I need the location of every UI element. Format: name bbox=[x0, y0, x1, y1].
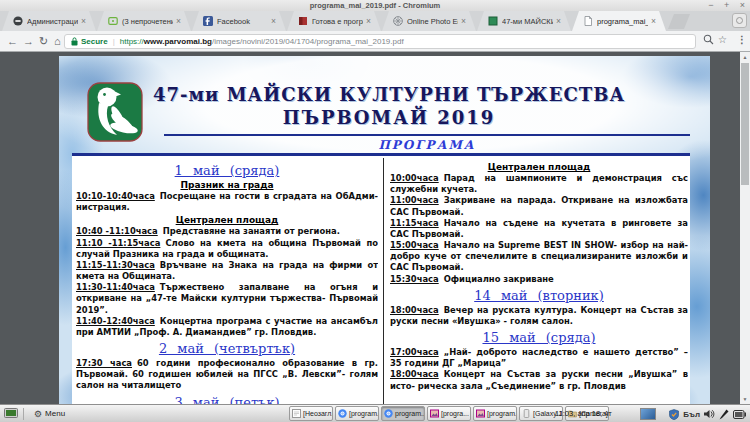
image-viewer-icon bbox=[430, 409, 439, 418]
schedule-event: 11:00часаЗакриване на парада. Откриване … bbox=[390, 195, 688, 217]
header-rule-top bbox=[164, 134, 690, 136]
browser-toolbar: ← → ↻ ⌂ Secure | https://www.parvomai.bg… bbox=[0, 31, 750, 52]
event-time: 11:40-12:40часа bbox=[76, 316, 155, 326]
bookmark-star-icon[interactable]: ☆ bbox=[718, 34, 727, 45]
scrollbar-thumb[interactable] bbox=[741, 63, 749, 185]
tab-active[interactable]: programa_mai_201× bbox=[572, 11, 666, 31]
taskbar-window-button[interactable]: program... bbox=[381, 406, 425, 421]
taskbar: ⚙ Menu [Неозагл...[program...program...[… bbox=[0, 404, 750, 422]
language-indicator[interactable]: Бъл bbox=[683, 410, 700, 419]
mail-icon bbox=[108, 16, 118, 26]
url-separator: | bbox=[113, 37, 115, 46]
address-bar[interactable]: Secure | https://www.parvomai.bg/images/… bbox=[64, 34, 696, 49]
pdf-page: 47-ми МАЙСКИ КУЛТУРНИ ТЪРЖЕСТВА ПЪРВОМАЙ… bbox=[59, 56, 710, 404]
event-time: 11:15часа bbox=[390, 218, 439, 228]
schedule-event: 18:00часаКонцерт на Състав за руски песн… bbox=[390, 369, 688, 391]
date-heading: 1 май (сряда) bbox=[76, 163, 378, 178]
date-heading: 15 май (сряда) bbox=[390, 330, 688, 345]
taskbar-button-label: [program... bbox=[349, 410, 379, 417]
event-text: Представяне на занаяти от региона. bbox=[163, 226, 340, 236]
pen-icon[interactable] bbox=[719, 409, 729, 420]
taskbar-window-button[interactable]: [progra... bbox=[427, 406, 471, 421]
taskbar-window-button[interactable]: [Неозагл... bbox=[289, 406, 333, 421]
tabs-container: Администрация×(3 непрочетени) -×Facebook… bbox=[2, 11, 667, 31]
tab-close-icon[interactable]: × bbox=[363, 16, 371, 26]
document-header: 47-ми МАЙСКИ КУЛТУРНИ ТЪРЖЕСТВА ПЪРВОМАЙ… bbox=[59, 56, 710, 160]
tab[interactable]: (3 непрочетени) -× bbox=[97, 11, 191, 31]
tab-label: Online Photo Editor bbox=[407, 17, 458, 26]
reload-icon[interactable]: ↻ bbox=[39, 34, 48, 49]
schedule-column-left: 1 май (сряда)Празник на града10:10-10:40… bbox=[76, 160, 378, 404]
schedule-event: 10:00часаПарад на шампионите и демонстра… bbox=[390, 173, 688, 195]
volume-icon[interactable] bbox=[704, 409, 715, 419]
zoom-icon[interactable] bbox=[703, 34, 714, 47]
pdf-document-icon bbox=[583, 16, 593, 26]
battery-icon[interactable] bbox=[733, 410, 746, 419]
forward-icon[interactable]: → bbox=[23, 34, 34, 49]
workspace-thumbnail[interactable] bbox=[640, 408, 656, 420]
document-title-line1: 47-ми МАЙСКИ КУЛТУРНИ ТЪРЖЕСТВА bbox=[129, 84, 649, 105]
tab[interactable]: Готова е програма× bbox=[287, 11, 381, 31]
schedule-event: 17:00часа„Най- доброто наследство е наше… bbox=[390, 347, 688, 369]
tab-close-icon[interactable]: × bbox=[553, 16, 561, 26]
schedule-event: 11:10 -11:15часаСлово на кмета на община… bbox=[76, 238, 378, 260]
tab[interactable]: 47-ми МАЙСКИ КУ× bbox=[477, 11, 571, 31]
scroll-down-icon[interactable]: ▼ bbox=[740, 394, 750, 404]
tab[interactable]: Online Photo Editor× bbox=[382, 11, 476, 31]
tab-close-icon[interactable]: × bbox=[268, 16, 276, 26]
schedule-event: 11:15-11:30часаВръчване на Знака на град… bbox=[76, 260, 378, 282]
schedule-event: 10:40 -11:10часаПредставяне на занаяти о… bbox=[76, 226, 378, 237]
show-desktop-button[interactable] bbox=[3, 408, 19, 420]
back-icon[interactable]: ← bbox=[7, 34, 18, 49]
schedule-event: 11:30-11:40часаТържествено запалване на … bbox=[76, 282, 378, 316]
url-scheme: https:// bbox=[120, 37, 144, 46]
schedule-event: 15:30часаОфициално закриване bbox=[390, 274, 688, 285]
date-heading: 2 май (четвъртък) bbox=[76, 341, 378, 356]
chromium-icon bbox=[384, 409, 393, 418]
event-time: 18:00часа bbox=[390, 369, 439, 379]
event-time: 18:00часа bbox=[390, 305, 439, 315]
window-titlebar: programa_mai_2019.pdf - Chromium − + × bbox=[0, 0, 750, 11]
event-time: 11:15-11:30часа bbox=[76, 260, 155, 270]
event-time: 15:00часа bbox=[390, 240, 439, 250]
taskbar-window-button[interactable]: [program... bbox=[473, 406, 517, 421]
taskbar-button-label: [Неозагл... bbox=[303, 410, 333, 417]
home-icon[interactable]: ⌂ bbox=[54, 34, 61, 49]
taskbar-window-button[interactable]: [program... bbox=[335, 406, 379, 421]
tab-strip: Администрация×(3 непрочетени) -×Facebook… bbox=[0, 11, 750, 31]
schedule-event: 15:00часаНачало на Supreme BEST IN SHOW-… bbox=[390, 240, 688, 274]
tab-label: 47-ми МАЙСКИ КУ bbox=[502, 17, 553, 26]
profile-icon bbox=[736, 17, 743, 24]
tab-close-icon[interactable]: × bbox=[458, 16, 466, 26]
system-tray: Бъл bbox=[669, 405, 746, 422]
tab-label: Facebook bbox=[217, 17, 268, 26]
minimize-button-icon[interactable]: − bbox=[708, 0, 713, 10]
tab-close-icon[interactable]: × bbox=[78, 16, 86, 26]
event-time: 15:30часа bbox=[390, 274, 439, 284]
venue-subheading: Централен площад bbox=[390, 162, 688, 172]
profile-button[interactable] bbox=[732, 13, 747, 28]
taskbar-button-label: program... bbox=[395, 410, 425, 417]
tab[interactable]: Администрация× bbox=[2, 11, 96, 31]
maximize-button-icon[interactable]: + bbox=[724, 0, 729, 10]
update-shield-icon[interactable] bbox=[669, 409, 679, 420]
tab-close-icon[interactable]: × bbox=[648, 16, 656, 26]
menu-button[interactable]: ⚙ Menu bbox=[28, 406, 71, 422]
taskbar-button-label: [progra... bbox=[441, 410, 469, 417]
pdf-scrollbar[interactable]: ▲ ▼ bbox=[740, 52, 750, 404]
new-tab-button[interactable] bbox=[668, 14, 690, 29]
document-body: 1 май (сряда)Празник на града10:10-10:40… bbox=[72, 156, 690, 404]
event-time: 10:00часа bbox=[390, 173, 439, 183]
tab-close-icon[interactable]: × bbox=[173, 16, 181, 26]
event-time: 17:00часа bbox=[390, 347, 439, 357]
scroll-up-icon[interactable]: ▲ bbox=[740, 52, 750, 62]
tab-label: (3 непрочетени) - bbox=[122, 17, 173, 26]
close-button-icon[interactable]: × bbox=[740, 0, 745, 10]
event-time: 10:40 -11:10часа bbox=[76, 226, 158, 236]
menu-dots-icon[interactable]: ⋮ bbox=[737, 34, 747, 45]
chromium-icon bbox=[338, 409, 347, 418]
tab-label: Администрация bbox=[27, 17, 78, 26]
clock[interactable]: 11:03, апр 18, чт bbox=[555, 405, 612, 422]
tab[interactable]: Facebook× bbox=[192, 11, 286, 31]
document-title-line2: ПЪРВОМАЙ 2019 bbox=[129, 107, 649, 128]
